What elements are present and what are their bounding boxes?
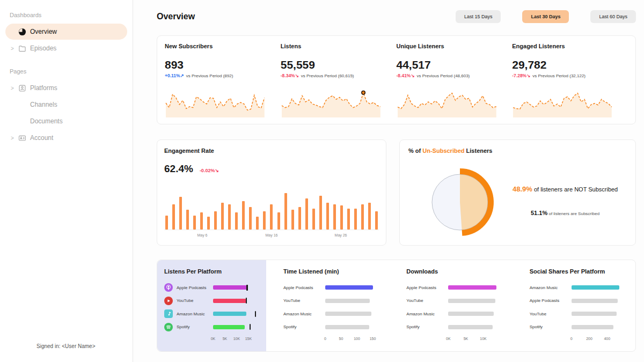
engagement-bar xyxy=(375,211,378,230)
range-button-last-30-days[interactable]: Last 30 Days xyxy=(522,10,569,23)
x-axis-tick-label: 0K xyxy=(446,337,451,341)
apple-podcasts-icon xyxy=(164,283,173,292)
sidebar-item-account[interactable]: > Account xyxy=(5,130,127,146)
kpi-summary-card: New Subscribers 893 +0.11%↗ vs Previous … xyxy=(157,35,636,124)
benchmark-marker xyxy=(246,298,247,304)
x-axis-tick-label: May 16 xyxy=(266,233,278,237)
x-axis-tick-label: 50 xyxy=(339,337,343,341)
panel-downloads: Downloads Apple PodcastsYouTubeAmazon Mu… xyxy=(389,260,512,351)
sidebar-item-label: Episodes xyxy=(30,45,56,52)
kpi-title: New Subscribers xyxy=(165,43,266,49)
benchmark-marker xyxy=(250,324,251,330)
range-button-last-15-days[interactable]: Last 15 Days xyxy=(456,10,501,23)
panel-x-axis: 050100150 xyxy=(325,337,375,343)
engagement-delta: -0.02%↘ xyxy=(200,168,219,173)
panel-x-axis: 0K5K10K xyxy=(448,337,498,343)
sidebar-item-documents[interactable]: Documents xyxy=(5,113,127,129)
engagement-bar xyxy=(242,201,245,230)
platform-label: YouTube xyxy=(530,312,572,316)
youtube-icon xyxy=(164,297,173,305)
platform-label: YouTube xyxy=(177,298,213,303)
kpi-delta: -8.41%↘ xyxy=(397,73,415,78)
platform-row: Apple Podcasts xyxy=(283,281,378,294)
platform-bar xyxy=(325,325,369,329)
sparkline-chart xyxy=(397,86,497,118)
platform-bar xyxy=(325,285,373,290)
kpi-new-subscribers: New Subscribers 893 +0.11%↗ vs Previous … xyxy=(165,43,281,118)
kpi-unique-listeners: Unique Listeners 44,517 -8.41%↘ vs Previ… xyxy=(397,43,513,118)
engagement-bar xyxy=(368,203,371,230)
sidebar-item-label: Account xyxy=(30,134,53,142)
amazon-music-icon xyxy=(164,309,173,318)
platform-label: Spotify xyxy=(406,324,448,329)
platform-label: YouTube xyxy=(406,298,448,303)
platform-label: Apple Podcasts xyxy=(177,285,213,290)
sidebar-item-label: Channels xyxy=(30,101,57,108)
signed-in-status: Signed in: <User Name> xyxy=(36,343,96,349)
engagement-bar xyxy=(165,216,168,230)
sparkline-chart xyxy=(281,86,382,118)
chevron-right-icon: > xyxy=(11,85,18,91)
unsubscribed-donut-chart xyxy=(423,166,496,239)
panel-title: Social Shares Per Platform xyxy=(530,268,625,275)
kpi-compare: vs Previous Period (60,615) xyxy=(301,73,354,78)
platform-label: Amazon Music xyxy=(530,285,572,290)
range-button-last-60-days[interactable]: Last 60 Days xyxy=(590,10,636,23)
engagement-bar xyxy=(291,210,294,230)
platform-label: Amazon Music xyxy=(406,312,448,316)
engagement-bar xyxy=(340,205,343,230)
engagement-x-axis: May 6May 16May 26 xyxy=(164,232,379,241)
engagement-bar xyxy=(186,210,189,230)
engagement-bar xyxy=(172,204,175,230)
sidebar-item-episodes[interactable]: > Episodes xyxy=(5,40,127,56)
platform-row: Amazon Music xyxy=(164,307,259,321)
kpi-delta: -8.34%↘ xyxy=(281,73,299,78)
engagement-bar xyxy=(228,204,231,230)
platform-bar xyxy=(448,299,495,303)
x-axis-tick-label: 0 xyxy=(570,337,573,341)
sparkline-chart xyxy=(512,86,613,118)
platform-row: Spotify xyxy=(283,321,378,334)
platform-bar xyxy=(448,325,492,329)
platform-bar xyxy=(325,312,371,316)
platform-row: Apple Podcasts xyxy=(530,294,625,308)
platform-bar xyxy=(572,325,613,329)
platform-panels-card: Listens Per Platform Apple PodcastsYouTu… xyxy=(157,260,636,352)
unsubscribed-card: % of Un-Subscribed Listeners 48.9% of li… xyxy=(399,139,636,246)
engagement-bar xyxy=(361,204,364,230)
sidebar-item-platforms[interactable]: > Platforms xyxy=(5,80,127,96)
platform-bar xyxy=(213,299,246,303)
platform-row: YouTube xyxy=(164,294,259,308)
platform-bar xyxy=(448,312,494,316)
id-badge-icon xyxy=(18,84,30,92)
sidebar-item-overview[interactable]: Overview xyxy=(5,24,127,40)
kpi-title: Unique Listeners xyxy=(397,43,497,49)
benchmark-marker xyxy=(255,311,257,317)
platform-row: Amazon Music xyxy=(530,281,625,294)
platform-bar xyxy=(213,312,246,316)
engagement-bar xyxy=(200,212,203,230)
engagement-bar xyxy=(354,209,357,230)
trend-down-icon: ↘ xyxy=(526,73,530,78)
platform-label: Apple Podcasts xyxy=(406,285,448,290)
x-axis-tick-label: 5K xyxy=(223,337,228,341)
engagement-bar xyxy=(214,211,217,230)
panel-title: Listens Per Platform xyxy=(164,268,259,275)
engagement-bar xyxy=(193,216,196,230)
sidebar-item-channels[interactable]: Channels xyxy=(5,97,127,113)
kpi-value: 44,517 xyxy=(397,58,497,71)
kpi-listens: Listens 55,559 -8.34%↘ vs Previous Perio… xyxy=(281,43,397,118)
platform-label: Spotify xyxy=(177,324,213,329)
platform-label: Spotify xyxy=(283,324,325,329)
trend-down-icon: ↘ xyxy=(411,73,414,78)
pie-chart-icon xyxy=(18,28,30,36)
engagement-bar xyxy=(249,207,252,230)
engagement-rate-card: Engagement Rate 62.4% -0.02%↘ May 6May 1… xyxy=(157,139,386,246)
panel-x-axis: 0200400 xyxy=(572,337,621,343)
engagement-bar-chart: May 6May 16May 26 xyxy=(164,187,379,241)
kpi-compare: vs Previous Period (892) xyxy=(186,73,233,78)
spotify-icon xyxy=(164,323,173,331)
engagement-bar xyxy=(207,217,210,230)
benchmark-marker xyxy=(246,285,248,291)
x-axis-tick-label: 400 xyxy=(604,337,610,341)
